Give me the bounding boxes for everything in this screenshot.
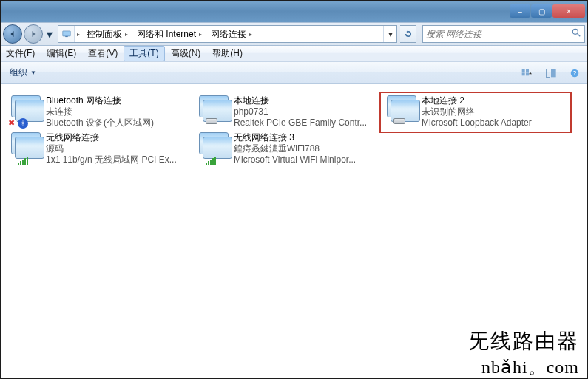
nic-status: 鍠痔叒鍵澅垂WiFi788 (234, 143, 379, 154)
search-box[interactable] (422, 25, 585, 43)
nic-device: Microsoft Virtual WiFi Minipor... (234, 154, 379, 165)
nic-icon (9, 95, 43, 129)
ethernet-icon (393, 118, 405, 130)
svg-rect-5 (526, 69, 529, 72)
ethernet-icon (206, 118, 217, 130)
search-icon (571, 27, 581, 41)
address-row: ▾ ▸ 控制面板▸ 网络和 Internet▸ 网络连接▸ ▾ (0, 22, 588, 46)
svg-rect-1 (65, 36, 68, 37)
menu-advanced[interactable]: 高级(N) (165, 46, 207, 61)
menu-help[interactable]: 帮助(H) (206, 46, 249, 61)
nic-device: 1x1 11b/g/n 无线局域网 PCI Ex... (46, 154, 191, 165)
nic-device: Microsoft Loopback Adapter (422, 117, 567, 129)
wifi-bars-icon (18, 155, 30, 167)
wifi-bars-icon (206, 155, 217, 167)
help-button[interactable]: ? (564, 65, 585, 81)
nic-name: Bluetooth 网络连接 (46, 95, 191, 106)
nic-status: 未识别的网络 (422, 106, 567, 117)
svg-rect-8 (546, 69, 550, 77)
location-icon (58, 26, 75, 42)
refresh-button[interactable] (400, 25, 416, 43)
nic-device: Bluetooth 设备(个人区域网) (46, 117, 191, 129)
address-bar[interactable]: ▸ 控制面板▸ 网络和 Internet▸ 网络连接▸ ▾ (58, 25, 397, 43)
forward-button[interactable] (24, 24, 43, 44)
svg-rect-9 (551, 69, 556, 77)
preview-pane-button[interactable] (541, 65, 561, 81)
maximize-button[interactable]: ▢ (531, 4, 552, 18)
nic-local-connection[interactable]: 本地连接 php0731 Realtek PCIe GBE Family Con… (194, 94, 382, 131)
organize-button[interactable]: 组织▼ (3, 64, 43, 82)
svg-rect-0 (62, 31, 70, 36)
nic-wireless-3[interactable]: 无线网络连接 3 鍠痔叒鍵澅垂WiFi788 Microsoft Virtual… (194, 131, 382, 168)
titlebar: – ▢ × (0, 0, 588, 22)
watermark: 旡线路由器 nbǎhi。com (468, 327, 579, 379)
svg-text:?: ? (573, 69, 577, 76)
nic-bluetooth[interactable]: Bluetooth 网络连接 未连接 Bluetooth 设备(个人区域网) (6, 94, 194, 131)
address-dropdown-button[interactable]: ▾ (383, 26, 396, 42)
nic-status: 未连接 (46, 106, 191, 117)
nic-name: 无线网络连接 (46, 132, 191, 143)
close-button[interactable]: × (552, 4, 585, 18)
minimize-button[interactable]: – (510, 4, 530, 18)
nic-name: 本地连接 (234, 95, 379, 106)
svg-line-3 (578, 34, 581, 37)
breadcrumb-network-connections[interactable]: 网络连接▸ (206, 26, 257, 42)
nic-icon (385, 95, 419, 129)
breadcrumb-control-panel[interactable]: 控制面板▸ (82, 26, 132, 42)
nic-status: 源码 (46, 143, 191, 154)
nic-icon (197, 132, 231, 166)
bluetooth-icon (18, 118, 30, 130)
nic-icon (9, 132, 43, 166)
menu-edit[interactable]: 编辑(E) (41, 46, 82, 61)
breadcrumb-network-internet[interactable]: 网络和 Internet▸ (132, 26, 206, 42)
nic-local-connection-2[interactable]: 本地连接 2 未识别的网络 Microsoft Loopback Adapter (382, 94, 570, 131)
views-button[interactable] (517, 65, 538, 81)
history-dropdown-button[interactable]: ▾ (44, 27, 55, 41)
content-area: Bluetooth 网络连接 未连接 Bluetooth 设备(个人区域网) 本… (4, 89, 584, 358)
disconnected-x-icon (7, 119, 18, 129)
nic-name: 无线网络连接 3 (234, 132, 379, 143)
menu-file[interactable]: 文件(F) (0, 46, 41, 61)
svg-point-2 (572, 29, 578, 34)
svg-rect-6 (522, 72, 525, 75)
svg-rect-4 (522, 69, 525, 72)
nic-wireless[interactable]: 无线网络连接 源码 1x1 11b/g/n 无线局域网 PCI Ex... (6, 131, 194, 168)
nic-icon (197, 95, 231, 129)
menu-tools[interactable]: 工具(T) (124, 46, 164, 61)
nic-status: php0731 (234, 106, 379, 117)
command-bar: 组织▼ ? (0, 62, 588, 84)
menu-bar: 文件(F) 编辑(E) 查看(V) 工具(T) 高级(N) 帮助(H) (0, 46, 588, 62)
back-button[interactable] (3, 24, 22, 44)
search-input[interactable] (426, 29, 571, 39)
menu-view[interactable]: 查看(V) (82, 46, 124, 61)
nic-name: 本地连接 2 (422, 95, 567, 106)
svg-rect-7 (526, 72, 529, 75)
nic-device: Realtek PCIe GBE Family Contr... (234, 117, 379, 129)
